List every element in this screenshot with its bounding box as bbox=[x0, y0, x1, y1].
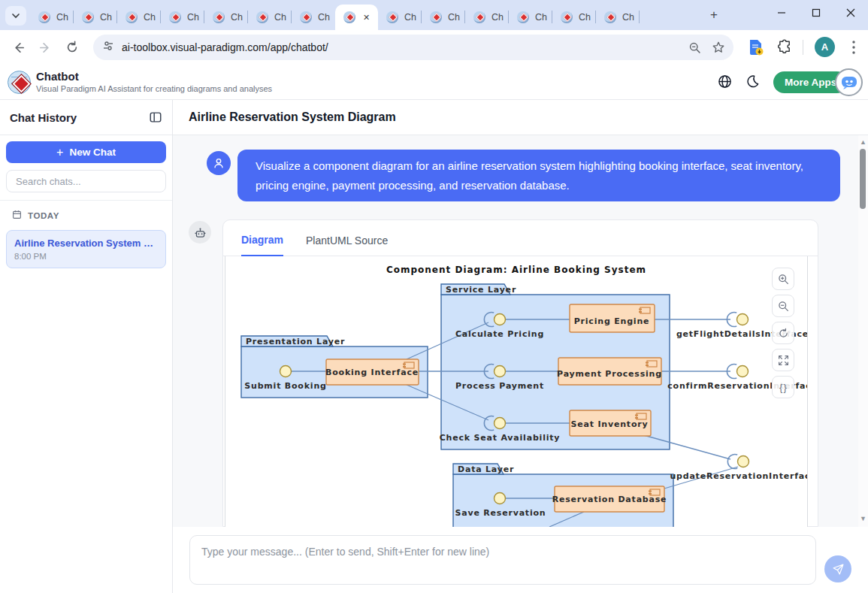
zoom-in-button[interactable] bbox=[772, 268, 794, 290]
collapse-sidebar-icon[interactable] bbox=[149, 110, 162, 124]
visual-paradigm-favicon bbox=[256, 11, 268, 23]
assistant-response-card: Diagram PlantUML Source Component Diagra… bbox=[222, 219, 818, 527]
new-tab-button[interactable]: + bbox=[706, 8, 721, 23]
profile-avatar[interactable]: A bbox=[815, 37, 835, 57]
sidebar: Chat History + New Chat TODAY Airline Re… bbox=[0, 100, 173, 593]
new-chat-button[interactable]: + New Chat bbox=[6, 141, 166, 163]
tab-label: Ch bbox=[622, 12, 634, 23]
browser-tab[interactable]: Ch bbox=[378, 5, 422, 30]
interface-submit-booking bbox=[280, 366, 292, 377]
component-reservation-database: Reservation Database bbox=[552, 486, 667, 512]
tab-label: Ch bbox=[274, 12, 286, 23]
tab-label: Ch bbox=[56, 12, 68, 23]
svg-text:Data Layer: Data Layer bbox=[458, 464, 514, 474]
browser-tab[interactable]: Ch bbox=[422, 5, 465, 30]
label-process-payment: Process Payment bbox=[455, 381, 544, 391]
assistant-robot-icon bbox=[189, 221, 211, 244]
browser-toolbar: ai-toolbox.visual-paradigm.com/app/chatb… bbox=[0, 30, 868, 65]
svg-text:Service Layer: Service Layer bbox=[446, 285, 516, 295]
browser-tab[interactable]: Ch bbox=[465, 5, 509, 30]
message-input-bar bbox=[173, 527, 868, 593]
label-save-reservation: Save Reservation bbox=[455, 508, 546, 518]
tab-label: Ch bbox=[535, 12, 547, 23]
extensions-puzzle-icon[interactable] bbox=[777, 38, 794, 56]
visual-paradigm-logo bbox=[8, 71, 31, 94]
diagram-zoom-controls: { } bbox=[772, 268, 794, 403]
address-bar[interactable]: ai-toolbox.visual-paradigm.com/app/chatb… bbox=[93, 35, 733, 60]
scrollbar-thumb[interactable] bbox=[860, 149, 866, 209]
url-text[interactable]: ai-toolbox.visual-paradigm.com/app/chatb… bbox=[122, 41, 685, 53]
minimize-button[interactable] bbox=[764, 0, 799, 26]
message-input[interactable] bbox=[189, 535, 816, 585]
extension-doc-icon[interactable] bbox=[748, 38, 764, 56]
zoom-out-button[interactable] bbox=[772, 295, 794, 317]
site-settings-icon[interactable] bbox=[102, 40, 114, 55]
browser-window: ChChChChChChCh✕ChChChChChCh + ai-toolbox… bbox=[0, 0, 868, 593]
browser-menu-icon[interactable] bbox=[846, 37, 861, 57]
search-chats-box[interactable] bbox=[6, 170, 166, 192]
interface-save-reservation bbox=[494, 493, 506, 504]
main-panel: Airline Reservation System Diagram Visua… bbox=[173, 100, 868, 593]
send-button[interactable] bbox=[824, 555, 851, 582]
browser-tab[interactable]: Ch bbox=[292, 5, 335, 30]
browser-tab[interactable]: Ch bbox=[552, 5, 596, 30]
chat-item-title: Airline Reservation System Dia... bbox=[14, 238, 158, 249]
new-chat-label: New Chat bbox=[69, 147, 116, 158]
browser-tab[interactable]: Ch bbox=[74, 5, 117, 30]
chat-area: Visualize a component diagram for an air… bbox=[173, 135, 868, 527]
interface-update-reservation bbox=[738, 456, 749, 467]
visual-paradigm-favicon bbox=[169, 11, 181, 23]
browser-tab[interactable]: Ch bbox=[509, 5, 552, 30]
plus-icon: + bbox=[56, 146, 63, 159]
browser-tab[interactable]: Ch bbox=[204, 5, 248, 30]
visual-paradigm-favicon bbox=[604, 11, 616, 23]
tab-close-icon[interactable]: ✕ bbox=[363, 13, 370, 23]
tab-label: Ch bbox=[100, 12, 112, 23]
tab-strip-tabs: ChChChChChChCh✕ChChChChChCh bbox=[30, 5, 640, 30]
tab-label: Ch bbox=[187, 12, 199, 23]
user-avatar-icon bbox=[207, 151, 231, 175]
zoom-page-icon[interactable] bbox=[685, 38, 703, 56]
forward-icon bbox=[36, 38, 54, 56]
toolbar-separator bbox=[803, 40, 803, 55]
diagram-canvas[interactable]: Component Diagram: Airline Booking Syste… bbox=[225, 256, 808, 527]
bookmark-star-icon[interactable] bbox=[709, 38, 727, 56]
back-icon[interactable] bbox=[9, 38, 27, 56]
browser-tab[interactable]: Ch bbox=[117, 5, 161, 30]
label-update-reservation: updateReservationInterface bbox=[670, 471, 808, 481]
scroll-down-arrow-icon[interactable]: ▼ bbox=[860, 516, 866, 522]
search-chats-input[interactable] bbox=[7, 176, 165, 187]
language-globe-icon[interactable] bbox=[718, 74, 733, 89]
svg-text:Reservation Database: Reservation Database bbox=[552, 495, 667, 504]
chatbot-badge-icon[interactable] bbox=[835, 68, 863, 96]
close-window-button[interactable] bbox=[833, 0, 868, 26]
maximize-button[interactable] bbox=[799, 0, 833, 26]
svg-text:Booking Interface: Booking Interface bbox=[325, 368, 419, 377]
sidebar-title: Chat History bbox=[10, 111, 77, 124]
component-seat-inventory: Seat Inventory bbox=[570, 410, 651, 436]
reload-icon[interactable] bbox=[63, 38, 81, 56]
tab-plantuml-source[interactable]: PlantUML Source bbox=[306, 234, 388, 256]
component-payment-processing: Payment Processing bbox=[557, 358, 662, 385]
calendar-icon bbox=[12, 209, 22, 222]
chat-scrollbar[interactable]: ▲ ▼ bbox=[858, 135, 868, 527]
app-title: Chatbot bbox=[36, 70, 79, 83]
browser-tab[interactable]: Ch bbox=[596, 5, 640, 30]
tab-diagram[interactable]: Diagram bbox=[241, 234, 283, 256]
chat-history-item[interactable]: Airline Reservation System Dia... 8:00 P… bbox=[6, 230, 166, 268]
browser-tab-active[interactable]: ✕ bbox=[335, 5, 378, 30]
tab-search-chevron-icon[interactable] bbox=[5, 6, 26, 26]
dark-mode-moon-icon[interactable] bbox=[746, 74, 761, 89]
reset-view-button[interactable] bbox=[772, 322, 794, 344]
browser-tab[interactable]: Ch bbox=[161, 5, 204, 30]
scroll-up-arrow-icon[interactable]: ▲ bbox=[860, 139, 866, 146]
visual-paradigm-favicon bbox=[561, 11, 573, 23]
label-submit-booking: Submit Booking bbox=[244, 381, 326, 391]
source-braces-button[interactable]: { } bbox=[772, 376, 794, 398]
browser-tab[interactable]: Ch bbox=[30, 5, 74, 30]
visual-paradigm-favicon bbox=[386, 11, 398, 23]
browser-tab[interactable]: Ch bbox=[248, 5, 292, 30]
label-calculate-pricing: Calculate Pricing bbox=[455, 329, 544, 339]
svg-text:Pricing Engine: Pricing Engine bbox=[574, 316, 650, 326]
fullscreen-button[interactable] bbox=[772, 349, 794, 371]
